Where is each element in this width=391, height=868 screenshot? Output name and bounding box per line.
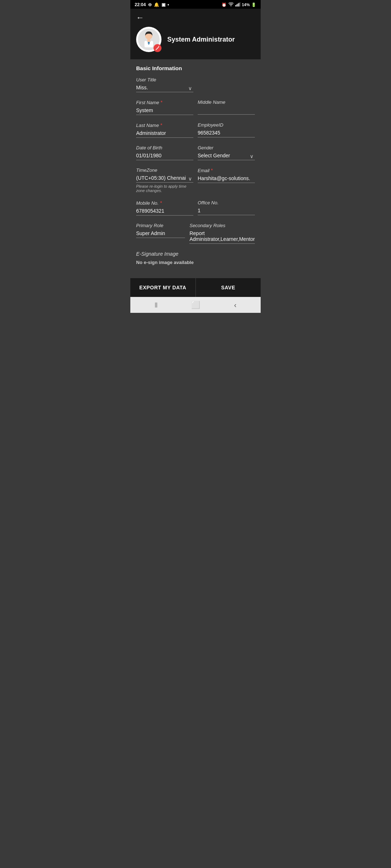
recent-apps-icon[interactable]: ⦀: [155, 301, 157, 309]
timezone-select-wrapper[interactable]: (UTC+05:30) Chennai ∨: [136, 175, 193, 183]
office-no-label: Office No.: [198, 200, 255, 205]
header: ←: [130, 9, 261, 59]
media-icon: ▣: [161, 2, 165, 7]
bottom-bar: EXPORT MY DATA SAVE: [130, 278, 261, 297]
profile-name: System Administrator: [167, 36, 235, 43]
user-title-label: User Title: [136, 77, 193, 82]
user-title-field: User Title Miss. Mr. Mrs. Dr. ∨: [136, 77, 193, 92]
user-title-select[interactable]: Miss. Mr. Mrs. Dr.: [136, 85, 193, 90]
first-name-field: First Name *: [136, 99, 193, 115]
battery-icon: 🔋: [251, 3, 256, 7]
user-title-select-wrapper[interactable]: Miss. Mr. Mrs. Dr. ∨: [136, 85, 193, 92]
gender-select[interactable]: Select Gender Male Female Other: [198, 153, 255, 158]
wifi-icon: [228, 2, 234, 7]
dob-label: Date of Birth: [136, 145, 193, 150]
email-label: Email *: [198, 167, 255, 173]
primary-role-value: Super Admin: [136, 230, 185, 238]
gender-select-wrapper[interactable]: Select Gender Male Female Other ∨: [198, 153, 255, 160]
employee-id-field: EmployeeID: [198, 122, 255, 138]
middle-name-field: Middle Name: [198, 99, 255, 115]
dob-gender-row: Date of Birth Gender Select Gender Male …: [136, 145, 255, 160]
first-name-required: *: [161, 99, 163, 105]
svg-rect-0: [235, 5, 236, 7]
alarm-icon: ⏰: [222, 3, 227, 7]
primary-role-label: Primary Role: [136, 223, 185, 228]
dob-field: Date of Birth: [136, 145, 193, 160]
mobile-label: Mobile No. *: [136, 200, 193, 206]
last-name-input[interactable]: [136, 130, 193, 138]
secondary-roles-label: Secondary Roles: [189, 223, 255, 228]
middle-name-input[interactable]: [198, 107, 255, 115]
time-display: 22:04: [135, 2, 146, 7]
svg-rect-4: [240, 2, 240, 7]
gender-label: Gender: [198, 145, 255, 150]
section-title-basic-info: Basic Information: [136, 65, 255, 71]
svg-rect-3: [239, 3, 239, 7]
first-name-label: First Name *: [136, 99, 193, 105]
name-row: First Name * Middle Name: [136, 99, 255, 115]
esign-row: E-Signature Image No e-sign image availa…: [136, 251, 255, 265]
office-no-input[interactable]: [198, 208, 255, 215]
office-no-field: Office No.: [198, 200, 255, 216]
notification-icon: 🔔: [154, 2, 159, 7]
export-data-button[interactable]: EXPORT MY DATA: [130, 278, 196, 297]
status-bar: 22:04 ⊖ 🔔 ▣ • ⏰ 14% 🔋: [130, 0, 261, 9]
mobile-field: Mobile No. *: [136, 200, 193, 216]
edit-avatar-button[interactable]: [154, 44, 161, 52]
timezone-select[interactable]: (UTC+05:30) Chennai: [136, 175, 193, 181]
timezone-hint: Please re-login to apply time zone chang…: [136, 184, 193, 193]
employee-id-label: EmployeeID: [198, 122, 255, 128]
mobile-required: *: [160, 200, 162, 206]
mobile-office-row: Mobile No. * Office No.: [136, 200, 255, 216]
roles-row: Primary Role Super Admin Secondary Roles…: [136, 223, 255, 244]
middle-name-label: Middle Name: [198, 99, 255, 105]
avatar-wrapper: [136, 27, 161, 52]
battery-display: 14%: [242, 3, 250, 7]
svg-rect-1: [236, 4, 237, 7]
secondary-roles-value: Report Administrator,Learner,Mentor: [189, 230, 255, 244]
nav-bar: ⦀ ⬜ ‹: [130, 297, 261, 313]
lastname-empid-row: Last Name * EmployeeID: [136, 122, 255, 138]
signal-icon: [235, 2, 240, 7]
last-name-field: Last Name *: [136, 122, 193, 138]
svg-rect-2: [237, 4, 238, 7]
employee-id-input[interactable]: [198, 130, 255, 137]
email-input[interactable]: [198, 175, 255, 183]
svg-rect-11: [147, 39, 150, 42]
user-title-row: User Title Miss. Mr. Mrs. Dr. ∨: [136, 77, 255, 92]
last-name-required: *: [160, 122, 162, 128]
back-nav-icon[interactable]: ‹: [234, 301, 237, 309]
home-icon[interactable]: ⬜: [191, 301, 200, 309]
mobile-input[interactable]: [136, 208, 193, 216]
timezone-email-row: TimeZone (UTC+05:30) Chennai ∨ Please re…: [136, 167, 255, 193]
form-grid: User Title Miss. Mr. Mrs. Dr. ∨ First Na…: [136, 77, 255, 272]
esign-value: No e-sign image available: [136, 260, 255, 265]
esign-label: E-Signature Image: [136, 251, 255, 257]
dob-input[interactable]: [136, 153, 193, 160]
timezone-label: TimeZone: [136, 167, 193, 173]
last-name-label: Last Name *: [136, 122, 193, 128]
gender-field: Gender Select Gender Male Female Other ∨: [198, 145, 255, 160]
secondary-roles-field: Secondary Roles Report Administrator,Lea…: [189, 223, 255, 244]
email-field: Email *: [198, 167, 255, 193]
email-required: *: [211, 167, 213, 173]
first-name-input[interactable]: [136, 107, 193, 115]
primary-role-field: Primary Role Super Admin: [136, 223, 185, 244]
dnd-icon: ⊖: [148, 2, 152, 7]
dot-indicator: •: [168, 2, 169, 7]
content-area: Basic Information User Title Miss. Mr. M…: [130, 59, 261, 278]
save-button[interactable]: SAVE: [196, 278, 261, 297]
timezone-field: TimeZone (UTC+05:30) Chennai ∨ Please re…: [136, 167, 193, 193]
back-button[interactable]: ←: [136, 13, 144, 22]
